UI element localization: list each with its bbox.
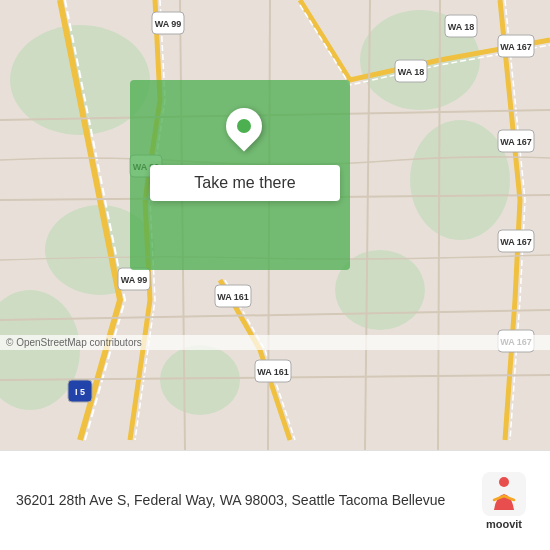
- svg-text:WA 99: WA 99: [155, 19, 182, 29]
- moovit-label: moovit: [486, 518, 522, 530]
- address-text: 36201 28th Ave S, Federal Way, WA 98003,…: [16, 491, 474, 511]
- pin-inner: [237, 119, 251, 133]
- svg-text:WA 18: WA 18: [448, 22, 475, 32]
- svg-text:WA 18: WA 18: [398, 67, 425, 77]
- svg-point-41: [499, 477, 509, 487]
- copyright-bar: © OpenStreetMap contributors: [0, 335, 550, 350]
- pin-circle: [219, 101, 270, 152]
- map-container: WA 99 WA 99 WA 99 WA 18 WA 18 WA 167 WA …: [0, 0, 550, 450]
- svg-text:WA 167: WA 167: [500, 237, 532, 247]
- bottom-bar: 36201 28th Ave S, Federal Way, WA 98003,…: [0, 450, 550, 550]
- moovit-logo: moovit: [474, 472, 534, 530]
- svg-text:WA 167: WA 167: [500, 137, 532, 147]
- take-me-there-button[interactable]: Take me there: [150, 165, 340, 201]
- copyright-text: © OpenStreetMap contributors: [6, 337, 142, 348]
- location-pin: [224, 108, 264, 158]
- svg-text:WA 167: WA 167: [500, 42, 532, 52]
- svg-point-3: [410, 120, 510, 240]
- svg-text:WA 99: WA 99: [121, 275, 148, 285]
- svg-text:WA 161: WA 161: [217, 292, 249, 302]
- svg-point-7: [160, 345, 240, 415]
- svg-text:WA 161: WA 161: [257, 367, 289, 377]
- moovit-icon: [482, 472, 526, 516]
- svg-text:I 5: I 5: [75, 387, 85, 397]
